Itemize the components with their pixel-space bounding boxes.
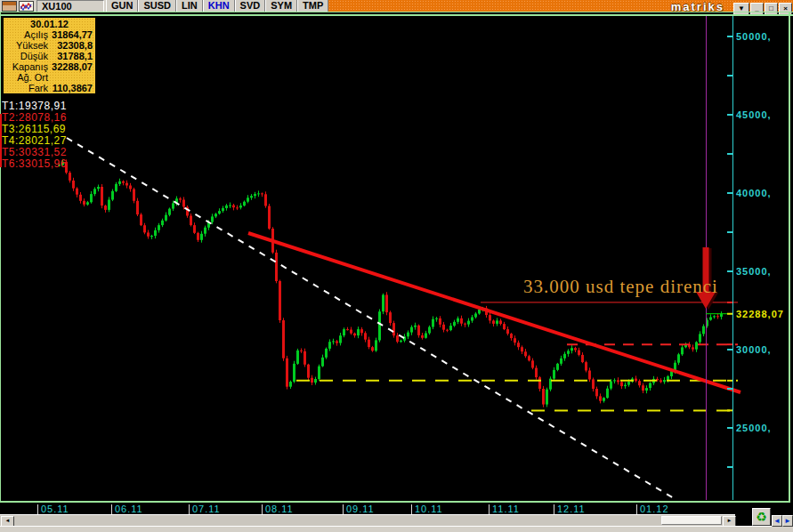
titlebar: XU100 GUNSUSDLINKHNSVDSYMTMP matriks ▼_□… (0, 0, 793, 12)
down-arrow-icon (696, 247, 716, 309)
toolbar-button-khn[interactable]: KHN (203, 0, 235, 12)
price-chart: 33.000 usd tepe direnci50000,45000,40000… (0, 0, 793, 532)
page-next-button[interactable]: ► (782, 515, 793, 527)
x-axis-label: 01.12 (640, 504, 669, 514)
toolbar-button-sym[interactable]: SYM (265, 0, 297, 12)
x-axis-label: 09.11 (346, 504, 375, 514)
x-axis-tick (636, 504, 637, 514)
window-icon[interactable] (2, 1, 17, 12)
scrollbar-thumb[interactable] (661, 516, 722, 525)
trendline-values: T1:19378,91T2:28078,16T3:26115,69T4:2802… (2, 101, 67, 170)
x-axis-label: 10.11 (415, 504, 443, 514)
x-axis-label: 12.11 (557, 504, 586, 514)
status-bar (0, 526, 793, 532)
toolbar-button-tmp[interactable]: TMP (297, 0, 328, 12)
x-axis-tick (111, 504, 112, 514)
y-axis-label: 40000, (736, 188, 772, 198)
toolbar-button-susd[interactable]: SUSD (138, 0, 176, 12)
x-axis-tick (554, 504, 554, 514)
y-axis: 50000,45000,40000,35000,30000,25000,3228… (727, 16, 784, 500)
y-axis-label: 50000, (736, 31, 772, 42)
quote-row: Kapanış32288,07 (4, 61, 95, 72)
quote-row: Ağ. Ort (4, 72, 95, 83)
x-axis-tick (489, 504, 490, 514)
quote-row: Düşük31788,1 (4, 51, 95, 61)
left-edge-marker (0, 114, 2, 167)
x-axis-label: 05.11 (41, 504, 69, 514)
quote-rows: Açılış31864,77Yüksek32308,8Düşük31788,1K… (4, 29, 95, 93)
menu-dropdown-button[interactable]: ▼ (733, 3, 749, 15)
trendlines (67, 138, 740, 498)
T1-white-downtrend (67, 138, 674, 498)
quote-row: Yüksek32308,8 (4, 40, 95, 51)
toolbar-button-gun[interactable]: GUN (106, 0, 138, 12)
y-axis-label: 35000, (736, 266, 772, 277)
x-axis-tick (189, 504, 190, 514)
T2-red-downtrend (248, 233, 740, 392)
frame-top-line-2 (0, 14, 793, 16)
window-controls: ▼_□× (733, 0, 793, 15)
quote-panel: 30.01.12 Açılış31864,77Yüksek32308,8Düşü… (3, 17, 96, 94)
x-axis-tick (411, 504, 412, 514)
chart-icon[interactable] (19, 1, 34, 12)
refresh-button[interactable]: ♻ (752, 508, 771, 526)
x-axis-tick (262, 504, 263, 514)
candles-layer (58, 159, 723, 407)
frame-top-line-1 (0, 12, 793, 12)
minimize-button[interactable]: _ (750, 3, 764, 15)
frame-right-line (789, 12, 790, 503)
symbol-field[interactable]: XU100 (36, 0, 104, 12)
maximize-button[interactable]: □ (765, 3, 778, 15)
y-axis-label: 45000, (736, 109, 772, 120)
y-axis-label: 30000, (736, 344, 772, 355)
x-axis-tick (343, 504, 344, 514)
x-axis-dates: 05.1106.1107.1108.1109.1110.1111.1112.11… (0, 504, 735, 514)
toolbar-buttons: GUNSUSDLINKHNSVDSYMTMP (106, 0, 328, 12)
quote-row: Açılış31864,77 (4, 29, 95, 40)
level-lines (296, 302, 738, 411)
x-axis-label: 06.11 (115, 504, 143, 514)
x-axis-label: 11.11 (492, 504, 520, 514)
frame-bottom-line (0, 501, 790, 503)
matriks-chart-window: XU100 GUNSUSDLINKHNSVDSYMTMP matriks ▼_□… (0, 0, 793, 532)
x-axis-tick (37, 504, 38, 514)
quote-row: Fark110,3867 (4, 83, 95, 93)
trend-label: T6:33015,96 (2, 158, 67, 170)
toolbar-button-svd[interactable]: SVD (235, 0, 266, 12)
x-axis-label: 07.11 (192, 504, 221, 514)
y-axis-label: 25000, (736, 423, 772, 433)
last-price-label: 32288,07 (736, 309, 784, 319)
toolbar: XU100 GUNSUSDLINKHNSVDSYMTMP (0, 0, 328, 12)
quote-date: 30.01.12 (4, 19, 95, 29)
x-axis-label: 08.11 (265, 504, 294, 514)
horizontal-scrollbar[interactable]: ◄ ► (0, 514, 735, 526)
page-prev-button[interactable]: ◄ (772, 515, 782, 527)
resistance-annotation: 33.000 usd tepe direnci (523, 276, 718, 297)
toolbar-button-lin[interactable]: LIN (176, 0, 203, 12)
titlebar-fill: matriks ▼_□× (328, 0, 793, 12)
frame-left-line (0, 12, 1, 503)
arrow-shadow (699, 248, 718, 310)
